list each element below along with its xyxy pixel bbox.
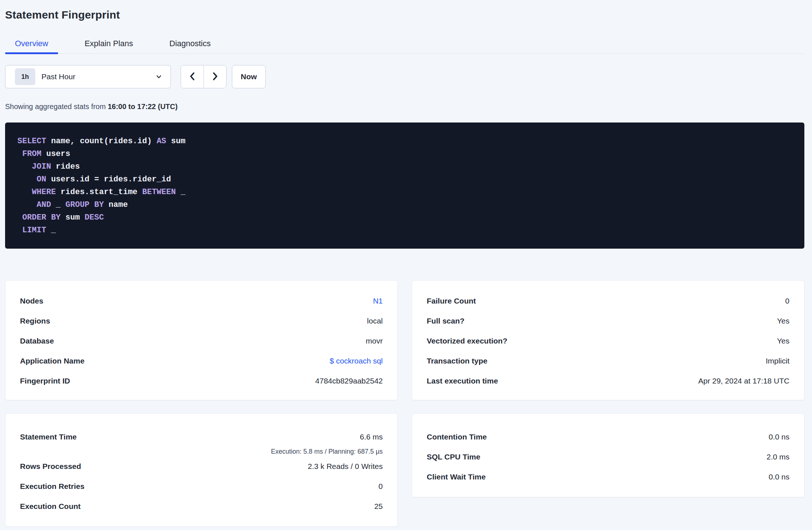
sql-keyword: AS bbox=[157, 137, 166, 146]
card-row: Full scan?Yes bbox=[427, 311, 789, 331]
row-value-wrap: Apr 29, 2024 at 17:18 UTC bbox=[498, 371, 789, 391]
row-value-wrap: 0.0 ns bbox=[486, 467, 789, 487]
tab-diagnostics[interactable]: Diagnostics bbox=[160, 33, 221, 54]
time-range-selected-value: Past Hour bbox=[41, 72, 155, 81]
aggregated-stats-note: Showing aggregated stats from 16:00 to 1… bbox=[5, 103, 804, 111]
statement-fingerprint-page: Statement Fingerprint Overview Explain P… bbox=[0, 0, 812, 527]
sql-text: _ bbox=[46, 226, 56, 235]
row-value-wrap: $ cockroach sql bbox=[84, 351, 383, 371]
card-row: Application Name$ cockroach sql bbox=[20, 351, 383, 371]
row-value: Yes bbox=[777, 331, 789, 351]
card-overview-right: Failure Count0Full scan?YesVectorized ex… bbox=[412, 280, 804, 400]
sql-keyword: GROUP BY bbox=[65, 200, 104, 209]
sql-text bbox=[17, 188, 32, 197]
card-timing-left: Statement Time6.6 msExecution: 5.8 ms / … bbox=[5, 413, 398, 527]
card-row: Fingerprint ID4784cb829aab2542 bbox=[20, 371, 383, 391]
time-range-step-buttons bbox=[181, 65, 226, 88]
time-controls: 1h Past Hour Now bbox=[5, 65, 804, 88]
aggregated-stats-note-range: 16:00 to 17:22 (UTC) bbox=[108, 103, 177, 111]
sql-keyword: SELECT bbox=[17, 137, 46, 146]
sql-keyword: FROM bbox=[22, 149, 41, 158]
sql-line: FROM users bbox=[17, 148, 792, 160]
card-row: NodesN1 bbox=[20, 291, 383, 311]
row-label: Application Name bbox=[20, 351, 84, 371]
tab-explain-plans[interactable]: Explain Plans bbox=[75, 33, 143, 54]
row-value-wrap: 0.0 ns bbox=[487, 427, 789, 447]
row-label: Execution Retries bbox=[20, 476, 84, 496]
sql-text: users bbox=[41, 149, 70, 158]
card-timing-right: Contention Time0.0 nsSQL CPU Time2.0 msC… bbox=[412, 413, 804, 497]
row-value-wrap: 0 bbox=[84, 476, 383, 496]
sql-line: ORDER BY sum DESC bbox=[17, 211, 792, 224]
next-time-range-button[interactable] bbox=[204, 65, 226, 88]
row-value: Yes bbox=[777, 311, 789, 331]
sql-keyword: AND bbox=[37, 200, 51, 209]
chevron-down-icon bbox=[155, 73, 162, 80]
row-label: Statement Time bbox=[20, 427, 77, 447]
row-value-wrap: local bbox=[50, 311, 383, 331]
row-label: Failure Count bbox=[427, 291, 476, 311]
page-title: Statement Fingerprint bbox=[5, 9, 804, 21]
row-value-subtext: Execution: 5.8 ms / Planning: 687.5 µs bbox=[271, 447, 383, 456]
row-label: Transaction type bbox=[427, 351, 487, 371]
tab-overview-label: Overview bbox=[15, 39, 48, 48]
row-value-link[interactable]: $ cockroach sql bbox=[330, 351, 383, 371]
card-row: Failure Count0 bbox=[427, 291, 789, 311]
time-range-badge: 1h bbox=[15, 68, 35, 85]
row-value-wrap: 2.0 ms bbox=[480, 447, 789, 467]
row-label: Execution Count bbox=[20, 496, 81, 516]
chevron-right-icon bbox=[211, 72, 220, 82]
card-row: Rows Processed2.3 k Reads / 0 Writes bbox=[20, 456, 383, 476]
sql-keyword: LIMIT bbox=[22, 226, 46, 235]
row-value-wrap: movr bbox=[54, 331, 383, 351]
sql-text: rides.start_time bbox=[56, 188, 142, 197]
row-value: 0 bbox=[378, 476, 383, 496]
row-value-wrap: 25 bbox=[81, 496, 383, 516]
row-value-wrap: Implicit bbox=[487, 351, 789, 371]
card-row: Transaction typeImplicit bbox=[427, 351, 789, 371]
sql-keyword: ON bbox=[37, 175, 46, 184]
sql-text: rides bbox=[51, 162, 80, 171]
sql-line: ON users.id = rides.rider_id bbox=[17, 173, 792, 186]
now-button[interactable]: Now bbox=[232, 65, 266, 88]
row-value: 25 bbox=[374, 496, 383, 516]
tab-bar: Overview Explain Plans Diagnostics bbox=[5, 33, 804, 54]
tab-overview[interactable]: Overview bbox=[5, 33, 58, 54]
row-label: Vectorized execution? bbox=[427, 331, 507, 351]
sql-text: name, count(rides.id) bbox=[46, 137, 157, 146]
row-value: Apr 29, 2024 at 17:18 UTC bbox=[698, 371, 789, 391]
row-value: 2.0 ms bbox=[767, 447, 789, 467]
row-value: Implicit bbox=[766, 351, 789, 371]
sql-text: _ bbox=[51, 200, 65, 209]
row-value-link[interactable]: N1 bbox=[373, 291, 383, 311]
sql-text bbox=[17, 226, 22, 235]
stats-cards: NodesN1RegionslocalDatabasemovrApplicati… bbox=[5, 280, 804, 527]
row-value: local bbox=[367, 311, 383, 331]
card-row: Databasemovr bbox=[20, 331, 383, 351]
card-row: Last execution timeApr 29, 2024 at 17:18… bbox=[427, 371, 789, 391]
row-value-wrap: N1 bbox=[43, 291, 383, 311]
card-row: SQL CPU Time2.0 ms bbox=[427, 447, 789, 467]
row-label: Rows Processed bbox=[20, 456, 81, 476]
card-row: Vectorized execution?Yes bbox=[427, 331, 789, 351]
row-label: Last execution time bbox=[427, 371, 498, 391]
time-range-dropdown[interactable]: 1h Past Hour bbox=[5, 65, 171, 88]
sql-text bbox=[17, 162, 32, 171]
card-row: Contention Time0.0 ns bbox=[427, 427, 789, 447]
sql-keyword: WHERE bbox=[32, 188, 56, 197]
row-label: SQL CPU Time bbox=[427, 447, 480, 467]
sql-text bbox=[17, 149, 22, 158]
row-value: 4784cb829aab2542 bbox=[315, 371, 383, 391]
card-overview-left: NodesN1RegionslocalDatabasemovrApplicati… bbox=[5, 280, 398, 400]
sql-line: WHERE rides.start_time BETWEEN _ bbox=[17, 186, 792, 198]
row-value-wrap: 6.6 msExecution: 5.8 ms / Planning: 687.… bbox=[77, 427, 383, 456]
previous-time-range-button[interactable] bbox=[181, 65, 204, 88]
row-value: 2.3 k Reads / 0 Writes bbox=[308, 456, 383, 476]
row-value: 0.0 ns bbox=[769, 427, 789, 447]
row-label: Nodes bbox=[20, 291, 43, 311]
sql-text bbox=[17, 200, 37, 209]
aggregated-stats-note-prefix: Showing aggregated stats from bbox=[5, 103, 108, 111]
row-value: 0 bbox=[785, 291, 789, 311]
card-row: Client Wait Time0.0 ns bbox=[427, 467, 789, 487]
chevron-left-icon bbox=[188, 72, 197, 82]
